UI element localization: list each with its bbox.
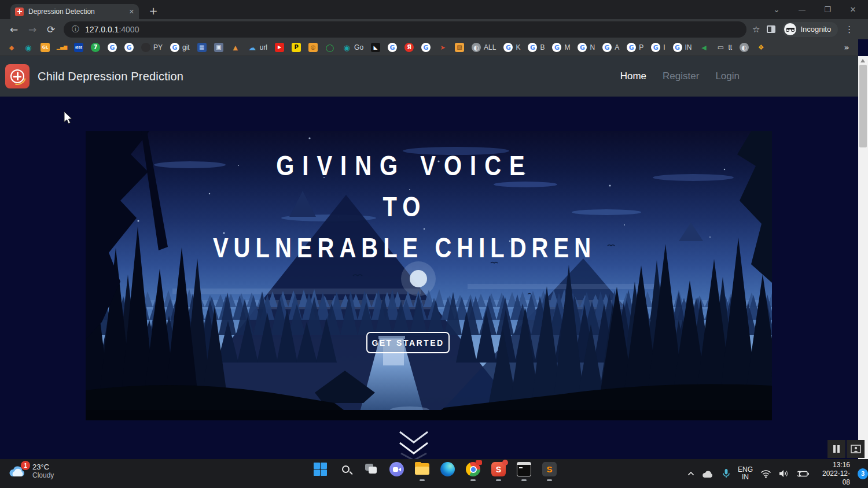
address-bar[interactable]: ⓘ 127.0.0.1:4000 (64, 21, 746, 38)
recorder-webcam-icon[interactable] (847, 440, 865, 458)
browser-tab[interactable]: Depression Detection ✕ (10, 4, 139, 19)
bookmark-globe-all[interactable]: ◐ALL (472, 43, 496, 52)
bookmark-youtube[interactable]: ▶ (275, 43, 284, 52)
bookmark-github-py[interactable]: PY (141, 43, 163, 52)
bookmark-ring[interactable]: ◯ (325, 43, 334, 52)
bookmark-google-k-label: K (516, 43, 520, 51)
bookmark-google[interactable]: G (124, 43, 134, 52)
window-menu-icon[interactable]: ⌄ (764, 5, 789, 14)
bookmark-google-in-label: IN (685, 43, 692, 51)
bookmark-camera[interactable]: ◎ (308, 43, 318, 52)
site-header: Child Depression Prediction HomeRegister… (0, 56, 858, 97)
bookmark-analytics[interactable]: ▁▄▆ (57, 43, 67, 52)
bookmark-yandex[interactable]: Я (404, 43, 414, 52)
onedrive-cloud-icon[interactable] (702, 469, 715, 478)
taskbar-search-icon[interactable] (338, 462, 354, 476)
taskbar-chat-icon[interactable] (389, 462, 404, 476)
bookmarks-overflow-chevron[interactable]: » (842, 43, 851, 52)
nav-link-register[interactable]: Register (663, 71, 699, 82)
bookmark-godaddy-go[interactable]: ◉Go (342, 43, 363, 52)
back-icon[interactable]: ← (5, 24, 23, 35)
bookmark-monitor-tt[interactable]: ▭tt (716, 43, 733, 52)
taskbar-file-explorer-icon[interactable] (414, 462, 430, 476)
taskbar-screen-recorder-icon[interactable]: S (491, 462, 506, 476)
tab-close-icon[interactable]: ✕ (129, 8, 134, 16)
bookmark-google-n[interactable]: GN (578, 43, 595, 52)
bookmark-google-p[interactable]: GP (627, 43, 643, 52)
new-tab-button[interactable]: + (146, 3, 161, 19)
taskbar-edge-icon[interactable] (440, 462, 455, 476)
bookmark-media[interactable]: ◀ (700, 43, 709, 52)
notification-count-badge[interactable]: 3 (858, 468, 868, 479)
bookmark-google-a[interactable]: GA (602, 43, 619, 52)
taskbar-chrome-icon[interactable] (465, 462, 481, 476)
taskbar-terminal-icon[interactable] (516, 462, 532, 476)
bookmark-star-icon[interactable]: ☆ (752, 24, 760, 35)
weather-condition: Cloudy (32, 471, 54, 480)
bookmark-google-i[interactable]: GI (651, 43, 665, 52)
browser-toolbar: ← → ⟳ ⓘ 127.0.0.1:4000 ☆ Incognito ⋮ (0, 19, 868, 39)
weather-alert-badge: 1 (21, 461, 30, 470)
window-maximize-icon[interactable]: ❐ (815, 5, 840, 14)
window-close-icon[interactable]: ✕ (840, 5, 866, 14)
bookmark-panel[interactable]: ▣ (214, 43, 223, 52)
window-minimize-icon[interactable]: — (789, 5, 815, 14)
battery-charging-icon[interactable] (797, 470, 809, 478)
scrollbar-thumb[interactable] (859, 65, 867, 147)
taskbar-task-view-icon[interactable] (363, 462, 379, 476)
taskbar-windows-start-icon[interactable] (312, 462, 328, 476)
tray-expand-chevron-icon[interactable] (687, 471, 694, 476)
reload-icon[interactable]: ⟳ (42, 24, 60, 35)
bookmark-seagull[interactable]: ◣ (371, 43, 380, 52)
bookmark-url[interactable]: ☁url (248, 43, 267, 52)
speaker-icon[interactable] (779, 469, 789, 478)
hero-heading-line1: GIVING VOICE (86, 151, 723, 182)
recorder-notification-dot (502, 460, 508, 465)
site-info-icon[interactable]: ⓘ (72, 24, 79, 35)
bookmark-photos[interactable]: ❖ (756, 43, 766, 52)
bookmark-google[interactable]: G (108, 43, 117, 52)
bookmark-seven[interactable]: 7 (91, 43, 100, 52)
bookmark-p[interactable]: P (292, 43, 301, 52)
scrollbar-up-arrow[interactable] (860, 59, 865, 62)
bookmark-google-b[interactable]: GB (528, 43, 545, 52)
page-title: Child Depression Prediction (38, 70, 183, 83)
bookmark-google-m-icon: G (552, 43, 561, 52)
bookmark-google-git-icon: G (170, 43, 179, 52)
bookmark-peaks[interactable]: ▲ (231, 43, 240, 52)
bookmark-google-git[interactable]: Ggit (170, 43, 190, 52)
bookmark-google-m-label: M (564, 43, 570, 51)
bookmark-ieee[interactable]: IEEE (74, 43, 83, 52)
microphone-icon[interactable] (722, 468, 730, 479)
language-indicator[interactable]: ENG IN (738, 466, 753, 481)
bookmark-google[interactable]: G (388, 43, 397, 52)
bookmark-arrow[interactable]: ◆ (7, 43, 16, 52)
bookmark-analytics-icon: ▁▄▆ (57, 43, 67, 52)
bookmark-google[interactable]: G (421, 43, 431, 52)
side-panel-icon[interactable] (767, 25, 775, 33)
wifi-icon[interactable] (760, 469, 771, 478)
taskbar-weather-widget[interactable]: 1 23°C Cloudy (8, 463, 54, 480)
get-started-button[interactable]: GET STARTED (366, 332, 450, 353)
bookmark-box[interactable]: ▨ (455, 43, 464, 52)
bookmark-globe[interactable]: ◐ (740, 43, 749, 52)
bookmark-godaddy-go-label: Go (354, 43, 363, 51)
screen: Depression Detection ✕ + ⌄ — ❐ ✕ ← → ⟳ ⓘ… (0, 0, 868, 488)
forward-icon[interactable]: → (23, 24, 42, 35)
browser-tab-bar: Depression Detection ✕ + ⌄ — ❐ ✕ (0, 0, 868, 19)
taskbar-clock[interactable]: 13:16 2022-12-08 (816, 461, 850, 487)
browser-menu-icon[interactable]: ⋮ (845, 24, 854, 35)
toolbar-right: ☆ Incognito ⋮ (752, 22, 854, 37)
bookmark-bird[interactable]: ➤ (438, 43, 447, 52)
bookmark-google-m[interactable]: GM (552, 43, 570, 52)
nav-link-login[interactable]: Login (715, 71, 740, 82)
taskbar-sublime-text-icon[interactable]: S (542, 462, 557, 476)
recorder-pause-icon[interactable] (827, 440, 845, 458)
bookmark-film[interactable]: ▦ (197, 43, 207, 52)
bookmark-google-in[interactable]: GIN (673, 43, 692, 52)
bookmark-gl[interactable]: GL (41, 43, 50, 52)
bookmark-teal-circle[interactable]: ◉ (24, 43, 33, 52)
bookmark-google-k[interactable]: GK (503, 43, 520, 52)
bookmark-github-py-label: PY (153, 43, 163, 51)
nav-link-home[interactable]: Home (620, 71, 646, 82)
